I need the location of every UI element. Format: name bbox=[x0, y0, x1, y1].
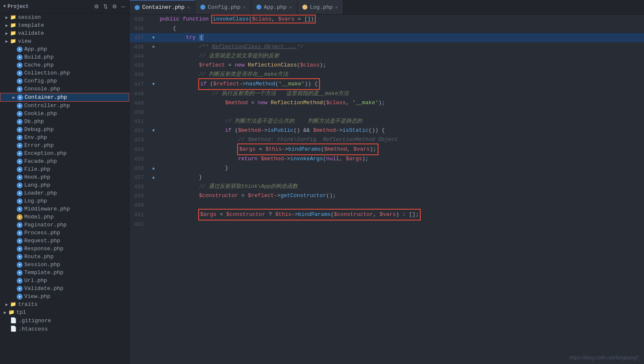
sidebar-title-area: ▼ Project bbox=[3, 4, 28, 10]
sidebar-item-htaccess[interactable]: 📄 .htaccess bbox=[0, 325, 129, 333]
sidebar-item-exception-php[interactable]: ● Exception.php bbox=[0, 149, 129, 157]
tab-config-php[interactable]: Config.php ✕ bbox=[195, 0, 251, 14]
sidebar-item-collection-php[interactable]: ● Collection.php bbox=[0, 69, 129, 77]
sidebar-item-app-php[interactable]: ● App.php bbox=[0, 45, 129, 53]
tab-close-config[interactable]: ✕ bbox=[243, 5, 246, 10]
gear-icon[interactable]: ⚙ bbox=[111, 3, 118, 10]
sidebar-item-session[interactable]: ▶ 📁 session bbox=[0, 13, 129, 21]
fold-gutter[interactable]: ▲ bbox=[151, 164, 156, 173]
php-icon: ● bbox=[17, 135, 23, 141]
sidebar-item-config-php[interactable]: ● Config.php bbox=[0, 77, 129, 85]
fold-gutter[interactable] bbox=[151, 98, 156, 108]
item-label: Paginator.php bbox=[24, 222, 66, 228]
code-line: $args = $this->bindParams($method, $vars… bbox=[156, 144, 644, 154]
tab-container-php[interactable]: Container.php ✕ bbox=[130, 0, 195, 14]
php-icon: ● bbox=[17, 174, 23, 180]
tab-label: Config.php bbox=[208, 4, 240, 10]
fold-gutter[interactable] bbox=[151, 210, 156, 220]
sidebar-item-loader-php[interactable]: ● Loader.php bbox=[0, 189, 129, 197]
php-icon: ● bbox=[17, 254, 23, 260]
line-number: 462 bbox=[130, 220, 151, 229]
fold-gutter[interactable] bbox=[151, 24, 156, 33]
sidebar-item-controller-php[interactable]: ● Controller.php bbox=[0, 102, 129, 110]
line-number: 437 bbox=[130, 33, 151, 42]
fold-gutter[interactable] bbox=[151, 182, 156, 191]
fold-gutter[interactable] bbox=[151, 191, 156, 200]
fold-gutter[interactable] bbox=[151, 154, 156, 164]
fold-gutter[interactable] bbox=[151, 135, 156, 144]
fold-gutter[interactable]: ▼ bbox=[151, 126, 156, 135]
fold-gutter[interactable] bbox=[151, 15, 156, 24]
item-label: File.php bbox=[24, 166, 50, 172]
sidebar-item-error-php[interactable]: ● Error.php bbox=[0, 141, 129, 149]
code-line: /** ReflectionClass Object ...*/ bbox=[156, 42, 644, 51]
tab-close-container[interactable]: ✕ bbox=[187, 5, 190, 10]
fold-gutter[interactable] bbox=[151, 144, 156, 154]
fold-gutter[interactable] bbox=[151, 51, 156, 61]
fold-gutter[interactable] bbox=[151, 61, 156, 70]
tab-app-php[interactable]: App.php ✕ bbox=[251, 0, 297, 14]
fold-gutter[interactable] bbox=[151, 200, 156, 210]
sort-icon[interactable]: ⇅ bbox=[102, 3, 109, 10]
table-row: 453 // $method: think\Config ReflectionM… bbox=[130, 135, 644, 144]
sidebar-item-cookie-php[interactable]: ● Cookie.php bbox=[0, 110, 129, 118]
sidebar-item-console-php[interactable]: ● Console.php bbox=[0, 85, 129, 93]
sidebar-item-template-php[interactable]: ● Template.php bbox=[0, 269, 129, 277]
php-icon: ● bbox=[17, 262, 23, 268]
sidebar-item-response-php[interactable]: ● Response.php bbox=[0, 245, 129, 253]
sidebar-item-hook-php[interactable]: ● Hook.php bbox=[0, 173, 129, 181]
php-icon: ● bbox=[17, 103, 23, 109]
item-label: Url.php bbox=[24, 277, 47, 284]
fold-gutter[interactable] bbox=[151, 220, 156, 229]
sidebar-item-url-php[interactable]: ● Url.php bbox=[0, 277, 129, 285]
line-number: 435 bbox=[130, 15, 151, 24]
sidebar-item-cache-php[interactable]: ● Cache.php bbox=[0, 61, 129, 69]
code-editor[interactable]: 435 public function invokeClass($class, … bbox=[130, 15, 644, 364]
sidebar-item-container-php[interactable]: ▶ ● Container.php bbox=[0, 93, 129, 102]
fold-gutter[interactable] bbox=[151, 89, 156, 98]
close-icon[interactable]: ─ bbox=[120, 3, 126, 10]
sidebar-item-process-php[interactable]: ● Process.php bbox=[0, 229, 129, 237]
sidebar-item-session-php[interactable]: ● Session.php bbox=[0, 261, 129, 269]
sidebar-item-gitignore[interactable]: 📄 .gitignore bbox=[0, 316, 129, 325]
line-number: 451 bbox=[130, 117, 151, 126]
sidebar-item-view-php[interactable]: ● View.php bbox=[0, 292, 129, 300]
sidebar-item-validate[interactable]: ▶ 📁 validate bbox=[0, 29, 129, 37]
settings-icon[interactable]: ⚙ bbox=[93, 3, 100, 10]
sidebar-item-env-php[interactable]: ● Env.php bbox=[0, 133, 129, 141]
sidebar-item-paginator-php[interactable]: ● Paginator.php bbox=[0, 221, 129, 229]
fold-gutter[interactable]: ▲ bbox=[151, 173, 156, 182]
sidebar-item-template[interactable]: ▶ 📁 template bbox=[0, 21, 129, 29]
sidebar-item-route-php[interactable]: ● Route.php bbox=[0, 253, 129, 261]
sidebar-item-request-php[interactable]: ● Request.php bbox=[0, 237, 129, 245]
fold-gutter[interactable]: ▼ bbox=[151, 79, 156, 89]
sidebar-item-file-php[interactable]: ● File.php bbox=[0, 165, 129, 173]
line-number: 460 bbox=[130, 200, 151, 210]
sidebar-item-facade-php[interactable]: ● Facade.php bbox=[0, 157, 129, 165]
sidebar-item-debug-php[interactable]: ● Debug.php bbox=[0, 126, 129, 133]
sidebar-toolbar: ⚙ ⇅ ⚙ ─ bbox=[93, 3, 126, 10]
sidebar-item-db-php[interactable]: ● Db.php bbox=[0, 118, 129, 126]
sidebar-item-model-php[interactable]: ● Model.php bbox=[0, 213, 129, 221]
sidebar-item-build-php[interactable]: ● Build.php bbox=[0, 53, 129, 61]
fold-gutter[interactable] bbox=[151, 117, 156, 126]
php-icon: ● bbox=[17, 111, 23, 117]
tab-label: Log.php bbox=[310, 4, 333, 10]
sidebar-item-tpl[interactable]: ▶ 📁 tpl bbox=[0, 308, 129, 316]
tab-close-log[interactable]: ✕ bbox=[335, 5, 338, 10]
expand-icon[interactable]: ▼ bbox=[3, 4, 6, 9]
sidebar-item-log-php[interactable]: ● Log.php bbox=[0, 197, 129, 205]
sidebar-item-traits[interactable]: ▶ 📁 traits bbox=[0, 300, 129, 308]
fold-gutter[interactable] bbox=[151, 108, 156, 117]
fold-gutter[interactable]: ⊕ bbox=[151, 42, 156, 51]
fold-gutter[interactable] bbox=[151, 70, 156, 79]
sidebar-item-view[interactable]: ▶ 📁 view bbox=[0, 37, 129, 45]
sidebar-item-validate-php[interactable]: ● Validate.php bbox=[0, 285, 129, 292]
php-icon: ● bbox=[17, 151, 23, 156]
sidebar-item-lang-php[interactable]: ● Lang.php bbox=[0, 181, 129, 189]
sidebar-item-middleware-php[interactable]: ● Middleware.php bbox=[0, 205, 129, 213]
fold-gutter[interactable]: ▼ bbox=[151, 33, 156, 42]
tab-log-php[interactable]: Log.php ✕ bbox=[297, 0, 343, 14]
item-label: tpl bbox=[16, 309, 26, 315]
tab-close-app[interactable]: ✕ bbox=[289, 5, 292, 10]
